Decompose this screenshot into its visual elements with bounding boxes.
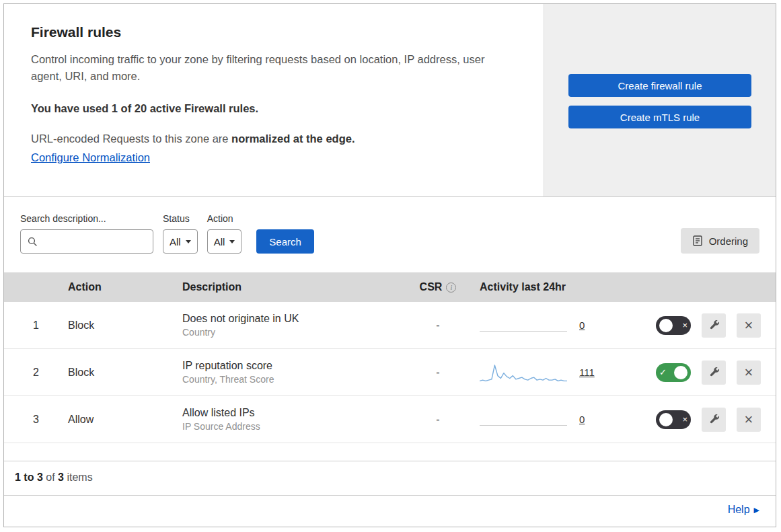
toggle-knob	[659, 413, 673, 426]
rule-action: Block	[68, 367, 182, 379]
edit-rule-button[interactable]	[702, 408, 726, 432]
status-filter-group: Status All	[163, 213, 198, 254]
rule-enabled-toggle[interactable]: ×	[656, 316, 691, 335]
activity-count-link[interactable]: 111	[579, 367, 595, 378]
edit-rule-button[interactable]	[702, 313, 726, 338]
delete-rule-button[interactable]: ×	[737, 408, 761, 432]
rule-activity-cell: 0	[472, 408, 646, 431]
activity-count-link[interactable]: 0	[579, 319, 585, 331]
create-mtls-rule-button[interactable]: Create mTLS rule	[568, 106, 751, 128]
rule-description: IP reputation score	[182, 360, 404, 372]
header-content: Firewall rules Control incoming traffic …	[4, 4, 544, 196]
rule-activity-cell: 0	[472, 314, 646, 337]
edit-rule-button[interactable]	[702, 360, 726, 385]
create-firewall-rule-button[interactable]: Create firewall rule	[568, 74, 751, 97]
help-footer: Help ▶	[4, 495, 776, 527]
rule-activity-cell: 111	[472, 361, 646, 384]
search-input-wrapper	[20, 229, 153, 254]
rule-priority: 3	[4, 414, 68, 426]
toggle-state-icon: ✓	[659, 368, 667, 377]
table-header: Action Description CSR i Activity last 2…	[4, 272, 776, 302]
normalization-bold-text: normalized at the edge.	[231, 132, 355, 145]
activity-sparkline-empty	[480, 314, 567, 337]
activity-sparkline-empty	[480, 408, 567, 431]
action-filter-group: Action All	[207, 213, 242, 254]
ordering-button[interactable]: Ordering	[681, 228, 759, 254]
column-header-description: Description	[182, 281, 404, 293]
rule-description-cell: Does not originate in UK Country	[182, 313, 404, 338]
table-row: 3 Allow Allow listed IPs IP Source Addre…	[4, 396, 776, 443]
arrow-right-icon: ▶	[754, 506, 759, 515]
normalization-note: URL-encoded Requests to this zone are no…	[31, 132, 517, 145]
column-header-csr: CSR i	[404, 281, 472, 293]
action-dropdown[interactable]: All	[207, 229, 242, 254]
rule-controls: × ×	[646, 313, 776, 338]
info-icon[interactable]: i	[446, 282, 456, 293]
search-icon	[28, 237, 38, 247]
search-filter-group: Search description...	[20, 213, 153, 254]
usage-summary: You have used 1 of 20 active Firewall ru…	[31, 102, 517, 115]
page-title: Firewall rules	[31, 24, 517, 40]
wrench-icon	[708, 414, 720, 425]
rule-csr: -	[404, 367, 472, 379]
search-label: Search description...	[20, 213, 153, 224]
status-label: Status	[163, 213, 198, 224]
toggle-knob	[674, 366, 687, 379]
rule-description-cell: Allow listed IPs IP Source Address	[182, 407, 404, 432]
close-icon: ×	[745, 412, 753, 427]
search-button[interactable]: Search	[256, 229, 314, 254]
rule-description: Allow listed IPs	[182, 407, 404, 419]
close-icon: ×	[745, 365, 753, 380]
delete-rule-button[interactable]: ×	[737, 313, 761, 338]
rule-csr: -	[404, 414, 472, 426]
items-count: 1 to 3 of 3 items	[4, 461, 776, 495]
rule-action: Block	[68, 319, 182, 332]
rule-description-cell: IP reputation score Country, Threat Scor…	[182, 360, 404, 385]
activity-sparkline	[480, 361, 567, 384]
rule-priority: 2	[4, 367, 68, 379]
chevron-down-icon	[229, 240, 235, 243]
toggle-state-icon: ×	[682, 321, 687, 330]
status-dropdown-value: All	[170, 236, 181, 248]
action-label: Action	[207, 213, 242, 224]
items-total: 3	[58, 471, 64, 483]
configure-normalization-link[interactable]: Configure Normalization	[31, 151, 150, 164]
table-bottom-spacer	[4, 443, 776, 461]
close-icon: ×	[745, 318, 753, 333]
delete-rule-button[interactable]: ×	[737, 360, 761, 385]
page-header: Firewall rules Control incoming traffic …	[4, 4, 776, 197]
rule-enabled-toggle[interactable]: ✓	[656, 363, 691, 382]
rule-criteria: Country	[182, 327, 404, 338]
activity-count-link[interactable]: 0	[579, 414, 585, 425]
rule-controls: × ×	[646, 408, 776, 432]
toggle-state-icon: ×	[682, 415, 687, 424]
items-range: 1 to 3	[15, 471, 43, 483]
rule-action: Allow	[68, 414, 182, 426]
rule-csr: -	[404, 319, 472, 332]
ordering-button-label: Ordering	[709, 235, 748, 247]
rule-enabled-toggle[interactable]: ×	[656, 410, 691, 429]
search-input[interactable]	[43, 235, 146, 248]
column-header-activity: Activity last 24hr	[472, 281, 646, 293]
table-row: 2 Block IP reputation score Country, Thr…	[4, 349, 776, 396]
help-link[interactable]: Help ▶	[728, 504, 759, 516]
rule-priority: 1	[4, 319, 68, 332]
table-row: 1 Block Does not originate in UK Country…	[4, 302, 776, 349]
rule-controls: ✓ ×	[646, 360, 776, 385]
normalization-text: URL-encoded Requests to this zone are	[31, 132, 229, 145]
firewall-rules-page: Firewall rules Control incoming traffic …	[3, 3, 776, 527]
status-dropdown[interactable]: All	[163, 229, 198, 254]
action-dropdown-value: All	[214, 236, 225, 248]
page-description: Control incoming traffic to your zone by…	[31, 51, 510, 85]
rule-description: Does not originate in UK	[182, 313, 404, 325]
column-header-action: Action	[68, 281, 182, 293]
header-actions-panel: Create firewall rule Create mTLS rule	[544, 4, 776, 196]
wrench-icon	[708, 367, 720, 378]
list-icon	[692, 235, 703, 246]
rule-criteria: Country, Threat Score	[182, 374, 404, 385]
filters-bar: Search description... Status All Action …	[4, 197, 776, 272]
chevron-down-icon	[186, 240, 191, 243]
rule-criteria: IP Source Address	[182, 421, 404, 432]
toggle-knob	[659, 319, 673, 332]
wrench-icon	[708, 319, 720, 331]
